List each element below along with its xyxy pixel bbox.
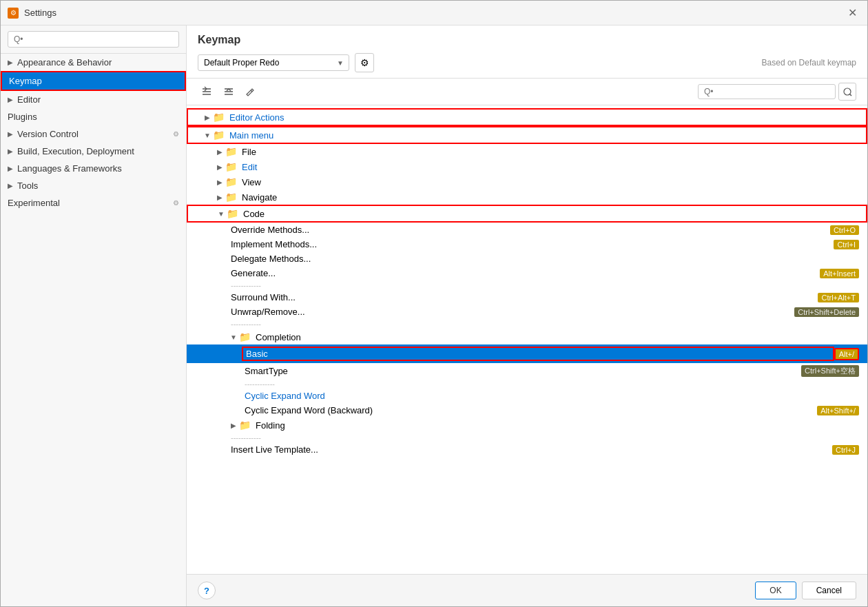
sidebar-item-vcs[interactable]: ▶ Version Control ⚙ xyxy=(1,125,186,143)
expand-all-button[interactable] xyxy=(198,83,216,101)
tree-separator-4: ------------ xyxy=(187,433,867,442)
separator-label: ------------ xyxy=(228,433,867,442)
tree-row-insert-live-template[interactable]: Insert Live Template... Ctrl+J xyxy=(187,442,867,457)
tree-row-editor-actions[interactable]: ▶ 📁 Editor Actions xyxy=(187,108,867,126)
ok-button[interactable]: OK xyxy=(755,582,796,599)
sidebar-item-editor[interactable]: ▶ Editor xyxy=(1,91,186,108)
shortcut-basic: Alt+/ xyxy=(834,348,867,360)
based-on-label: Based on Default keymap xyxy=(762,58,856,68)
sidebar-item-label: Keymap xyxy=(9,76,42,86)
sidebar-item-build[interactable]: ▶ Build, Execution, Deployment xyxy=(1,143,186,160)
folder-icon-editor-actions: 📁 xyxy=(213,112,224,123)
folder-icon-view: 📁 xyxy=(225,176,236,187)
tree-row-basic[interactable]: Basic Alt+/ xyxy=(187,344,867,363)
sidebar: ▶ Appearance & Behavior Keymap ▶ Editor … xyxy=(1,25,187,606)
sidebar-item-appearance[interactable]: ▶ Appearance & Behavior xyxy=(1,54,186,71)
shortcut-smart-type: Ctrl+Shift+空格 xyxy=(801,365,867,377)
tree-row-smart-type[interactable]: SmartType Ctrl+Shift+空格 xyxy=(187,363,867,379)
keymap-dropdown[interactable]: Default Proper Redo Default Eclipse Emac… xyxy=(198,54,349,71)
tree-arrow-editor-actions[interactable]: ▶ xyxy=(202,114,213,121)
sidebar-item-label: Experimental xyxy=(8,198,60,208)
experimental-badge: ⚙ xyxy=(173,199,179,207)
tree-label-main-menu: Main menu xyxy=(227,130,866,141)
tree-arrow-file[interactable]: ▶ xyxy=(214,148,225,156)
sidebar-item-label: Tools xyxy=(17,181,38,191)
action-toolbar xyxy=(187,79,867,105)
tree-row-cyclic-expand-word[interactable]: Cyclic Expand Word xyxy=(187,389,867,403)
tree-row-completion[interactable]: ▼ 📁 Completion xyxy=(187,329,867,344)
settings-window: ⚙ Settings ✕ ▶ Appearance & Behavior Key… xyxy=(0,0,868,607)
tree-row-edit[interactable]: ▶ 📁 Edit xyxy=(187,159,867,174)
shortcut-surround-with: Ctrl+Alt+T xyxy=(818,293,867,302)
editor-actions-wrapper: ▶ 📁 Editor Actions xyxy=(187,108,867,126)
shortcut-tag: Alt+Shift+/ xyxy=(817,406,859,415)
sidebar-item-plugins[interactable]: Plugins xyxy=(1,108,186,125)
tree-row-delegate-methods[interactable]: Delegate Methods... xyxy=(187,251,867,266)
keymap-gear-button[interactable]: ⚙ xyxy=(355,53,374,72)
tree-row-generate[interactable]: Generate... Alt+Insert xyxy=(187,266,867,280)
arrow-icon: ▶ xyxy=(8,59,13,66)
separator-label: ------------ xyxy=(242,380,867,388)
tree-row-unwrap-remove[interactable]: Unwrap/Remove... Ctrl+Shift+Delete xyxy=(187,305,867,319)
tree-row-implement-methods[interactable]: Implement Methods... Ctrl+I xyxy=(187,237,867,251)
tree-row-code[interactable]: ▼ 📁 Code xyxy=(187,205,867,223)
tree-row-navigate[interactable]: ▶ 📁 Navigate xyxy=(187,189,867,205)
keymap-toolbar: Default Proper Redo Default Eclipse Emac… xyxy=(198,53,856,72)
help-button[interactable]: ? xyxy=(198,582,216,599)
search-settings-button[interactable] xyxy=(838,83,856,101)
search-filter-icon xyxy=(843,87,852,96)
basic-wrapper: Basic Alt+/ xyxy=(187,344,867,363)
edit-shortcut-button[interactable] xyxy=(242,83,260,101)
sidebar-item-keymap[interactable]: Keymap xyxy=(1,71,186,91)
tree-label-generate: Generate... xyxy=(228,268,820,278)
shortcut-implement-methods: Ctrl+I xyxy=(834,240,867,249)
sidebar-item-tools[interactable]: ▶ Tools xyxy=(1,177,186,194)
folder-icon-folding: 📁 xyxy=(239,420,250,431)
cancel-button[interactable]: Cancel xyxy=(802,582,856,599)
shortcut-cyclic-backward: Alt+Shift+/ xyxy=(817,406,867,415)
tree-label-delegate-methods: Delegate Methods... xyxy=(228,254,867,264)
bottom-bar: ? OK Cancel xyxy=(187,574,867,606)
tree-row-view[interactable]: ▶ 📁 View xyxy=(187,174,867,189)
tree-row-surround-with[interactable]: Surround With... Ctrl+Alt+T xyxy=(187,290,867,305)
sidebar-item-experimental[interactable]: Experimental ⚙ xyxy=(1,194,186,212)
tree-label-edit: Edit xyxy=(239,162,867,172)
tree-label-cyclic-expand-word: Cyclic Expand Word xyxy=(242,391,867,401)
separator-label: ------------ xyxy=(228,281,867,289)
sidebar-item-label: Plugins xyxy=(8,112,37,122)
sidebar-item-label: Editor xyxy=(17,94,41,105)
tree-arrow-code[interactable]: ▼ xyxy=(216,210,227,218)
tree-label-insert-live-template: Insert Live Template... xyxy=(228,444,832,455)
shortcut-override-methods: Ctrl+O xyxy=(830,225,867,235)
tree-arrow-navigate[interactable]: ▶ xyxy=(214,194,225,201)
sidebar-search-box xyxy=(1,25,186,54)
shortcut-tag-basic: Alt+/ xyxy=(834,348,859,360)
close-button[interactable]: ✕ xyxy=(844,5,860,21)
tree-label-completion: Completion xyxy=(253,332,867,342)
tree-separator-1: ------------ xyxy=(187,280,867,290)
tree-arrow-completion[interactable]: ▼ xyxy=(228,333,239,341)
tree-row-main-menu[interactable]: ▼ 📁 Main menu xyxy=(187,126,867,144)
shortcut-tag: Ctrl+O xyxy=(830,225,859,235)
panel-title: Keymap xyxy=(198,34,856,46)
tree-arrow-main-menu[interactable]: ▼ xyxy=(202,132,213,139)
shortcut-insert-live-template: Ctrl+J xyxy=(832,445,867,455)
tree-row-cyclic-expand-backward[interactable]: Cyclic Expand Word (Backward) Alt+Shift+… xyxy=(187,403,867,418)
folder-icon-main-menu: 📁 xyxy=(213,130,224,141)
sidebar-search-input[interactable] xyxy=(8,31,179,48)
tree-row-file[interactable]: ▶ 📁 File xyxy=(187,144,867,159)
app-icon: ⚙ xyxy=(8,8,19,19)
tree-arrow-folding[interactable]: ▶ xyxy=(228,422,239,429)
tree-arrow-edit[interactable]: ▶ xyxy=(214,163,225,171)
shortcut-tag: Ctrl+I xyxy=(834,240,859,249)
tree-arrow-view[interactable]: ▶ xyxy=(214,178,225,186)
tree-row-folding[interactable]: ▶ 📁 Folding xyxy=(187,418,867,433)
code-wrapper: ▼ 📁 Code xyxy=(187,205,867,223)
folder-icon-edit: 📁 xyxy=(225,161,236,172)
tree-row-override-methods[interactable]: Override Methods... Ctrl+O xyxy=(187,223,867,237)
action-search-input[interactable] xyxy=(698,84,836,99)
sidebar-item-languages[interactable]: ▶ Languages & Frameworks xyxy=(1,160,186,177)
tree-label-smart-type: SmartType xyxy=(242,366,801,376)
tree-label-basic: Basic xyxy=(242,347,834,361)
collapse-all-button[interactable] xyxy=(220,83,238,101)
